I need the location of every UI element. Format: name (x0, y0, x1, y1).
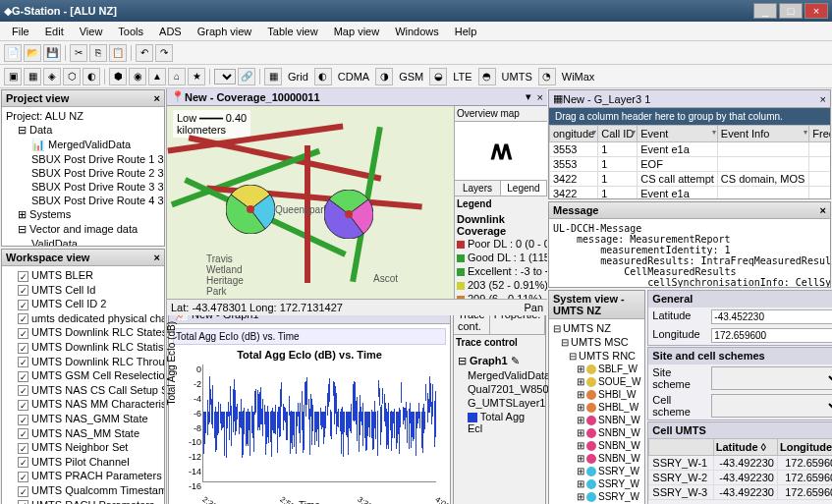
redo-icon[interactable]: ↷ (155, 44, 173, 62)
close-button[interactable]: × (804, 3, 828, 19)
latitude-input[interactable] (711, 309, 832, 324)
cell-sector-icon[interactable] (324, 190, 373, 239)
menu-edit[interactable]: Edit (37, 24, 72, 39)
column-header[interactable]: Frequency B▾ (809, 126, 830, 142)
filter-icon[interactable]: ▾ (712, 128, 716, 137)
trace-item[interactable]: MergedValidData (458, 368, 541, 382)
paste-icon[interactable]: 📋 (109, 44, 127, 62)
column-header[interactable]: Latitude ◊ (713, 439, 777, 456)
system-cell-item[interactable]: ⊞ SNBN_W (551, 414, 642, 426)
checkbox-icon[interactable] (18, 500, 28, 504)
checkbox-icon[interactable] (18, 313, 28, 324)
system-tree[interactable]: ⊟ UMTS NZ ⊟ UMTS MSC ⊟ UMTS RNC ⊞ SBLF_W… (549, 319, 644, 504)
tb2-btn[interactable]: ⬡ (63, 68, 81, 85)
menu-windows[interactable]: Windows (387, 24, 447, 39)
tb2-btn[interactable]: ◐ (83, 68, 100, 85)
menu-ads[interactable]: ADS (151, 24, 190, 39)
layer-tab[interactable]: ▦ New - G_Layer3 1× (549, 90, 830, 108)
trace-item[interactable]: G_UMTSLayer1 (458, 396, 541, 410)
grid-group-bar[interactable]: Drag a column header here to group by th… (549, 108, 830, 125)
cell-scheme-select[interactable] (711, 394, 832, 418)
filter-icon[interactable]: ▾ (804, 128, 807, 137)
column-header[interactable]: ongitude▾ (550, 126, 598, 142)
longitude-input[interactable] (711, 328, 832, 343)
workspace-item[interactable]: UMTS GSM Cell Reselection (4, 368, 162, 383)
checkbox-icon[interactable] (18, 357, 28, 367)
checkbox-icon[interactable] (18, 472, 28, 482)
open-icon[interactable]: 📂 (24, 44, 41, 62)
tb2-btn[interactable]: ⌂ (168, 68, 186, 85)
system-cell-item[interactable]: ⊞ SSRY_W (551, 477, 642, 490)
tree-route[interactable]: SBUX Post Drive Route 4 31-08-2010 3 (4, 194, 162, 207)
tree-vector[interactable]: ⊟ Vector and image data (4, 222, 162, 237)
workspace-item[interactable]: UMTS BLER (4, 268, 162, 283)
tree-data[interactable]: ⊟ Data (4, 123, 162, 138)
close-icon[interactable]: × (820, 93, 826, 105)
workspace-item[interactable]: UMTS PRACH Parameters (4, 469, 162, 483)
workspace-item[interactable]: UMTS Downlink RLC Throughpu (4, 355, 162, 369)
workspace-item[interactable]: UMTS NAS_MM State (4, 426, 162, 441)
close-icon[interactable]: × (820, 204, 826, 216)
tb2-combo[interactable] (214, 69, 236, 84)
tree-systems[interactable]: ⊞ Systems (4, 207, 162, 222)
close-icon[interactable]: × (537, 91, 543, 103)
table-row[interactable]: SSRY_W-3-43.492230172.659600 (649, 485, 832, 500)
tb2-btn[interactable]: ◉ (129, 68, 146, 85)
menu-mapview[interactable]: Map view (326, 24, 387, 39)
cell-umts-table[interactable]: Latitude ◊Longitude ◊ SSRY_W-1-43.492230… (648, 438, 832, 500)
map-canvas[interactable]: Low ━━━━ 0.40 kilometers Queenspark Trav… (167, 106, 454, 299)
gsm-icon[interactable]: ◑ (375, 68, 393, 85)
chart-plot[interactable]: 0-2-4-6-8-10-12-14-162:20:00 AM2:53:20 A… (202, 364, 436, 482)
system-cell-item[interactable]: ⊞ SBLF_W (551, 363, 642, 375)
menu-view[interactable]: View (72, 24, 111, 39)
minimize-button[interactable]: _ (753, 3, 777, 19)
system-cell-item[interactable]: ⊞ SSRY_W (551, 465, 642, 477)
undo-icon[interactable]: ↶ (136, 44, 153, 62)
system-cell-item[interactable]: ⊞ SNBN_W (551, 426, 642, 439)
new-icon[interactable]: 📄 (4, 44, 22, 62)
checkbox-icon[interactable] (18, 400, 28, 411)
cut-icon[interactable]: ✂ (70, 44, 87, 62)
tb2-btn[interactable]: ▣ (4, 68, 22, 85)
grid-icon[interactable]: ▦ (264, 68, 282, 85)
menu-tools[interactable]: Tools (110, 24, 151, 39)
checkbox-icon[interactable] (18, 343, 28, 354)
workspace-item[interactable]: UMTS RACH Parameters (4, 498, 162, 505)
checkbox-icon[interactable] (18, 428, 28, 439)
tb2-btn[interactable]: ◈ (43, 68, 61, 85)
cdma-icon[interactable]: ◐ (314, 68, 332, 85)
sys-root[interactable]: ⊟ UMTS NZ (551, 321, 642, 335)
menu-tableview[interactable]: Table view (259, 24, 325, 39)
column-header[interactable]: Event Info▾ (717, 126, 809, 142)
table-row[interactable]: 34221Event e1a (550, 187, 831, 199)
trace-graph-name[interactable]: ⊟ Graph1 ✎ (458, 354, 541, 368)
tree-validdata[interactable]: ValidData (4, 237, 162, 246)
workspace-item[interactable]: UMTS Cell Id (4, 283, 162, 298)
system-cell-item[interactable]: ⊞ SHBI_W (551, 388, 642, 401)
umts-icon[interactable]: ◓ (478, 68, 496, 85)
table-row[interactable]: SSRY_W-2-43.492230172.659600 (649, 471, 832, 485)
checkbox-icon[interactable] (18, 328, 28, 339)
message-body[interactable]: UL-DCCH-Message message: MeasurementRepo… (549, 219, 830, 287)
tb2-btn[interactable]: ⬢ (109, 68, 127, 85)
table-row[interactable]: SSRY_W-1-43.492230172.659600 (649, 456, 832, 471)
overview-map[interactable]: ʍ (455, 122, 547, 181)
workspace-item[interactable]: UMTS NAS CS Call Setup State (4, 383, 162, 398)
checkbox-icon[interactable] (18, 300, 28, 310)
system-cell-item[interactable]: ⊞ SNBN_W (551, 452, 642, 465)
menu-graphview[interactable]: Graph view (190, 24, 260, 39)
sys-rnc[interactable]: ⊟ UMTS RNC (551, 349, 642, 363)
wimax-icon[interactable]: ◔ (538, 68, 556, 85)
filter-icon[interactable]: ▾ (592, 128, 596, 137)
column-header[interactable]: Event▾ (638, 126, 718, 142)
close-icon[interactable]: × (154, 92, 160, 104)
checkbox-icon[interactable] (18, 371, 28, 382)
menu-help[interactable]: Help (447, 24, 485, 39)
table-row[interactable]: 35531EOF (550, 157, 831, 172)
tb2-btn[interactable]: ▲ (148, 68, 166, 85)
trace-item[interactable]: Qual7201_W850_C (458, 382, 541, 396)
workspace-item[interactable]: UMTS Cell ID 2 (4, 297, 162, 311)
system-cell-item[interactable]: ⊞ SSRY_W (551, 490, 642, 503)
checkbox-icon[interactable] (18, 271, 28, 282)
menu-file[interactable]: File (4, 24, 37, 39)
